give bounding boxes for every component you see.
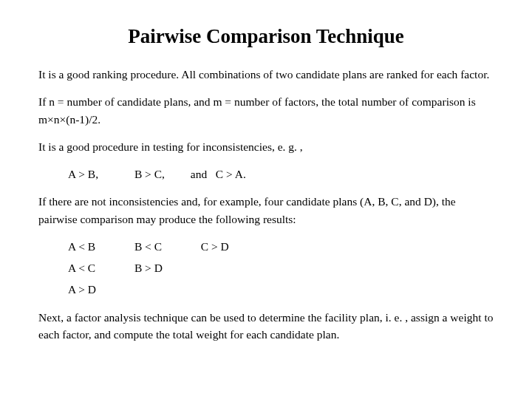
paragraph-inconsistency: It is a good procedure in testing for in… bbox=[38, 138, 494, 155]
example-a: A > B, bbox=[68, 166, 132, 183]
cell-b-c: B < C bbox=[134, 238, 198, 255]
cell-a-d: A > D bbox=[68, 283, 96, 296]
results-row-1: A < B B < C C > D bbox=[38, 238, 494, 255]
cell-c-d: C > D bbox=[201, 240, 229, 253]
cell-b-d: B > D bbox=[134, 262, 163, 274]
cell-a-c: A < C bbox=[68, 259, 132, 276]
paragraph-next: Next, a factor analysis technique can be… bbox=[38, 309, 494, 344]
example-c: C > A. bbox=[216, 168, 246, 180]
slide: Pairwise Comparison Technique It is a go… bbox=[0, 0, 532, 343]
paragraph-formula: If n = number of candidate plans, and m … bbox=[38, 93, 494, 128]
results-row-3: A > D bbox=[38, 281, 494, 298]
example-inconsistency: A > B, B > C, and C > A. bbox=[38, 166, 494, 183]
page-title: Pairwise Comparison Technique bbox=[38, 25, 494, 48]
paragraph-intro: It is a good ranking procedure. All comb… bbox=[38, 66, 494, 83]
paragraph-no-inconsistency: If there are not inconsistencies and, fo… bbox=[38, 193, 494, 228]
cell-a-b: A < B bbox=[68, 238, 132, 255]
example-and: and bbox=[191, 168, 207, 180]
example-b: B > C, bbox=[134, 166, 188, 183]
results-row-2: A < C B > D bbox=[38, 259, 494, 276]
